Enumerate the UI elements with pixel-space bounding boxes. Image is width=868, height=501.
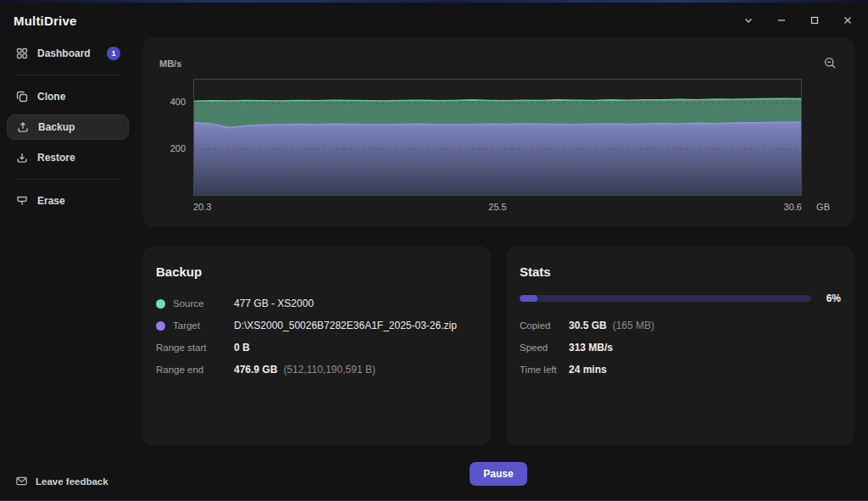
source-value: 477 GB - XS2000 [234,298,314,309]
range-end-label: Range end [156,365,203,375]
speed-label: Speed [520,342,548,353]
speed-chart-card: MB/s 400200 GB [142,37,854,227]
y-tick-label: 200 [170,143,186,153]
main-content: MB/s 400200 GB [136,37,868,501]
sidebar-item-label: Dashboard [37,47,91,59]
chart-x-axis: GB 20.325.530.6 [193,202,802,212]
target-dot-icon [156,321,165,331]
window-controls [742,14,854,27]
progress-row: 6% [520,292,841,304]
progress-bar [520,295,811,302]
copied-extra: (165 MB) [613,320,654,331]
envelope-icon [15,475,28,487]
chart-plot [193,79,802,196]
speed-value: 313 MB/s [569,342,613,353]
sidebar-item-label: Erase [37,195,65,207]
range-start-value: 0 B [234,342,250,353]
clone-copy-icon [15,90,29,103]
backup-upload-icon [16,120,30,134]
backup-card: Backup Source 477 GB - XS2000 Target D:\… [142,246,491,446]
close-icon[interactable] [841,14,854,27]
copied-row: Copied 30.5 GB (165 MB) [520,315,841,337]
sidebar-divider [14,179,122,180]
speed-area-chart [194,80,801,195]
target-label: Target [173,320,200,331]
source-dot-icon [156,299,165,309]
x-tick-label: 30.6 [784,202,802,212]
progress-percent: 6% [822,292,841,304]
titlebar: MultiDrive [0,0,868,37]
pause-button[interactable]: Pause [470,462,526,486]
erase-squeegee-icon [15,194,29,208]
sidebar-item-dashboard[interactable]: Dashboard 1 [7,41,129,66]
sidebar-item-restore[interactable]: Restore [7,145,129,170]
chart-y-axis: 400200 [156,79,193,196]
copied-label: Copied [520,320,550,331]
time-left-value: 24 mins [569,364,607,376]
leave-feedback-link[interactable]: Leave feedback [7,475,129,487]
app-window: MultiDrive Dashboard [0,0,868,501]
window-menu-chevron-icon[interactable] [742,14,755,27]
app-title: MultiDrive [14,14,77,28]
copied-value: 30.5 GB [569,320,607,331]
time-left-label: Time left [520,365,557,375]
zoom-out-icon[interactable] [823,56,837,70]
time-left-row: Time left 24 mins [520,359,841,381]
minimize-icon[interactable] [775,14,788,27]
range-end-bytes: (512,110,190,591 B) [283,364,376,376]
dashboard-grid-icon [15,47,29,60]
sidebar-item-label: Backup [38,121,75,133]
dashboard-count-badge: 1 [107,47,120,60]
source-label: Source [173,298,203,309]
chart-x-unit-label: GB [816,202,830,212]
x-tick-label: 25.5 [488,202,506,212]
target-row: Target D:\XS2000_50026B7282E36A1F_2025-0… [156,315,477,337]
sidebar: Dashboard 1 Clone Backup Restore [0,37,136,501]
target-value: D:\XS2000_50026B7282E36A1F_2025-03-26.zi… [234,320,457,331]
y-tick-label: 400 [170,97,186,107]
range-end-row: Range end 476.9 GB (512,110,190,591 B) [156,359,477,381]
maximize-icon[interactable] [808,14,821,27]
sidebar-item-erase[interactable]: Erase [7,188,129,214]
sidebar-item-label: Clone [37,91,65,103]
range-start-label: Range start [156,342,206,353]
sidebar-item-label: Restore [37,152,75,164]
backup-card-title: Backup [156,264,477,279]
chart-y-unit-label: MB/s [159,58,181,69]
action-footer: Pause [142,446,854,501]
range-end-value: 476.9 GB [234,364,277,376]
restore-download-icon [15,151,29,164]
stats-card: Stats 6% Copied 30.5 GB (165 MB) Speed 3… [506,246,854,446]
window-top-accent [0,0,868,3]
x-tick-label: 20.3 [193,202,211,212]
speed-row: Speed 313 MB/s [520,337,841,359]
sidebar-item-backup[interactable]: Backup [7,114,129,140]
stats-card-title: Stats [520,264,841,279]
sidebar-item-clone[interactable]: Clone [7,84,129,109]
feedback-label: Leave feedback [36,476,108,487]
sidebar-divider [14,75,122,75]
range-start-row: Range start 0 B [156,337,477,359]
source-row: Source 477 GB - XS2000 [156,292,477,315]
progress-bar-fill [520,295,537,302]
